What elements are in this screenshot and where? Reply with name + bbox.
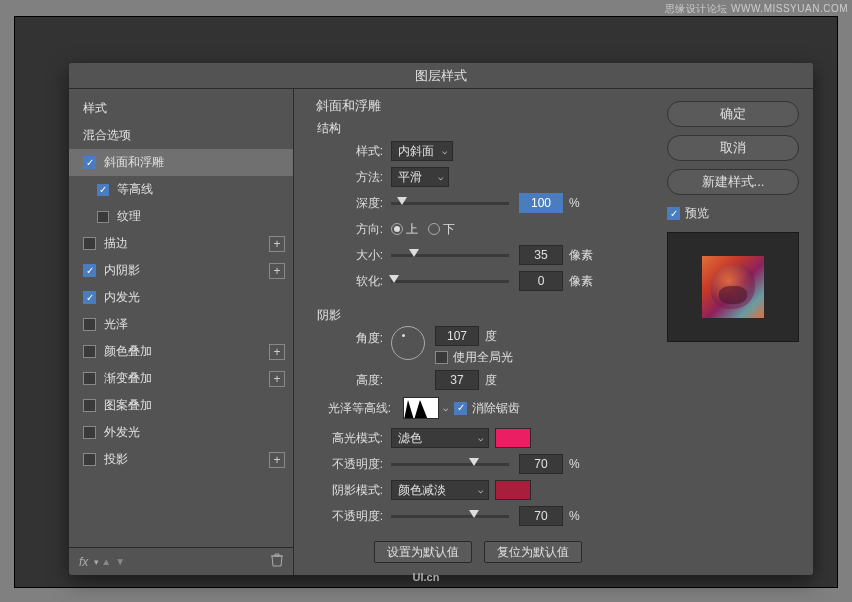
item-label: 描边 xyxy=(104,235,128,252)
sidebar-item-stroke[interactable]: 描边+ xyxy=(69,230,293,257)
checkbox-icon[interactable] xyxy=(83,237,96,250)
contour-picker[interactable] xyxy=(403,397,439,419)
plus-icon[interactable]: + xyxy=(269,452,285,468)
highlight-mode-label: 高光模式: xyxy=(317,430,391,447)
checkbox-icon[interactable] xyxy=(83,345,96,358)
direction-up-radio[interactable] xyxy=(391,223,403,235)
chevron-down-icon[interactable]: ⌵ xyxy=(443,403,448,413)
sidebar-item-satin[interactable]: 光泽 xyxy=(69,311,293,338)
app-frame: 图层样式 样式 混合选项 斜面和浮雕 等高线 纹理 描边+ 内阴影+ 内发光 光… xyxy=(14,16,838,588)
unit: % xyxy=(569,196,580,210)
dropdown-value: 平滑 xyxy=(398,169,422,186)
sidebar-footer: fx ▾ ▲ ▼ xyxy=(69,547,293,575)
sidebar-item-inner-shadow[interactable]: 内阴影+ xyxy=(69,257,293,284)
plus-icon[interactable]: + xyxy=(269,263,285,279)
item-label: 投影 xyxy=(104,451,128,468)
preview-label: 预览 xyxy=(685,205,709,222)
item-label: 外发光 xyxy=(104,424,140,441)
highlight-opacity-slider[interactable] xyxy=(391,463,509,466)
shadow-color-swatch[interactable] xyxy=(495,480,531,500)
action-panel: 确定 取消 新建样式... 预览 xyxy=(653,89,813,575)
sidebar-item-blend[interactable]: 混合选项 xyxy=(69,122,293,149)
preview-checkbox[interactable] xyxy=(667,207,680,220)
size-slider[interactable] xyxy=(391,254,509,257)
soften-input[interactable] xyxy=(519,271,563,291)
sidebar-item-color-overlay[interactable]: 颜色叠加+ xyxy=(69,338,293,365)
angle-control[interactable] xyxy=(391,326,425,360)
sidebar-item-gradient-overlay[interactable]: 渐变叠加+ xyxy=(69,365,293,392)
checkbox-icon[interactable] xyxy=(83,291,96,304)
style-dropdown[interactable]: 内斜面⌵ xyxy=(391,141,453,161)
sidebar-item-inner-glow[interactable]: 内发光 xyxy=(69,284,293,311)
size-input[interactable] xyxy=(519,245,563,265)
section-title: 斜面和浮雕 xyxy=(316,97,639,115)
item-label: 内阴影 xyxy=(104,262,140,279)
checkbox-icon[interactable] xyxy=(83,318,96,331)
angle-input[interactable] xyxy=(435,326,479,346)
highlight-color-swatch[interactable] xyxy=(495,428,531,448)
sidebar-item-drop-shadow[interactable]: 投影+ xyxy=(69,446,293,473)
checkbox-icon[interactable] xyxy=(83,264,96,277)
down-arrow-icon[interactable]: ▼ xyxy=(115,556,125,567)
radio-label: 下 xyxy=(443,221,455,238)
sidebar-item-contour[interactable]: 等高线 xyxy=(69,176,293,203)
checkbox-icon[interactable] xyxy=(97,184,109,196)
checkbox-icon[interactable] xyxy=(83,156,96,169)
item-label: 混合选项 xyxy=(83,127,131,144)
cancel-button[interactable]: 取消 xyxy=(667,135,799,161)
shadow-opacity-input[interactable] xyxy=(519,506,563,526)
direction-down-radio[interactable] xyxy=(428,223,440,235)
sidebar-item-texture[interactable]: 纹理 xyxy=(69,203,293,230)
set-default-button[interactable]: 设置为默认值 xyxy=(374,541,472,563)
reset-default-button[interactable]: 复位为默认值 xyxy=(484,541,582,563)
global-light-checkbox[interactable] xyxy=(435,351,448,364)
method-label: 方法: xyxy=(317,169,391,186)
shadow-opacity-slider[interactable] xyxy=(391,515,509,518)
dialog-title: 图层样式 xyxy=(69,63,813,89)
checkbox-icon[interactable] xyxy=(83,399,96,412)
highlight-opacity-label: 不透明度: xyxy=(317,456,391,473)
soften-slider[interactable] xyxy=(391,280,509,283)
watermark-bottom: UI.cn xyxy=(413,571,440,583)
new-style-button[interactable]: 新建样式... xyxy=(667,169,799,195)
up-arrow-icon[interactable]: ▲ xyxy=(101,556,111,567)
plus-icon[interactable]: + xyxy=(269,236,285,252)
checkbox-icon[interactable] xyxy=(83,372,96,385)
unit: 像素 xyxy=(569,273,593,290)
style-label: 样式: xyxy=(317,143,391,160)
highlight-mode-dropdown[interactable]: 滤色⌵ xyxy=(391,428,489,448)
sidebar-item-bevel[interactable]: 斜面和浮雕 xyxy=(69,149,293,176)
preview-box xyxy=(667,232,799,342)
checkbox-icon[interactable] xyxy=(83,453,96,466)
shadow-mode-dropdown[interactable]: 颜色减淡⌵ xyxy=(391,480,489,500)
highlight-opacity-input[interactable] xyxy=(519,454,563,474)
shadow-group: 阴影 角度: 度 使用全局光 xyxy=(316,304,639,531)
item-label: 图案叠加 xyxy=(104,397,152,414)
plus-icon[interactable]: + xyxy=(269,371,285,387)
fx-label[interactable]: fx xyxy=(79,555,88,569)
depth-slider[interactable] xyxy=(391,202,509,205)
unit: 度 xyxy=(485,372,497,389)
ok-button[interactable]: 确定 xyxy=(667,101,799,127)
trash-icon[interactable] xyxy=(271,553,283,570)
item-label: 渐变叠加 xyxy=(104,370,152,387)
method-dropdown[interactable]: 平滑⌵ xyxy=(391,167,449,187)
depth-label: 深度: xyxy=(317,195,391,212)
sidebar-item-pattern-overlay[interactable]: 图案叠加 xyxy=(69,392,293,419)
checkbox-icon[interactable] xyxy=(83,426,96,439)
sidebar-item-styles[interactable]: 样式 xyxy=(69,95,293,122)
layer-style-dialog: 图层样式 样式 混合选项 斜面和浮雕 等高线 纹理 描边+ 内阴影+ 内发光 光… xyxy=(69,63,813,575)
depth-input[interactable] xyxy=(519,193,563,213)
unit: % xyxy=(569,509,580,523)
item-label: 颜色叠加 xyxy=(104,343,152,360)
plus-icon[interactable]: + xyxy=(269,344,285,360)
checkbox-icon[interactable] xyxy=(97,211,109,223)
altitude-input[interactable] xyxy=(435,370,479,390)
preview-toggle[interactable]: 预览 xyxy=(667,205,799,222)
dropdown-value: 颜色减淡 xyxy=(398,482,446,499)
unit: 度 xyxy=(485,328,497,345)
item-label: 纹理 xyxy=(117,208,141,225)
antialias-checkbox[interactable] xyxy=(454,402,467,415)
sidebar-item-outer-glow[interactable]: 外发光 xyxy=(69,419,293,446)
soften-label: 软化: xyxy=(317,273,391,290)
